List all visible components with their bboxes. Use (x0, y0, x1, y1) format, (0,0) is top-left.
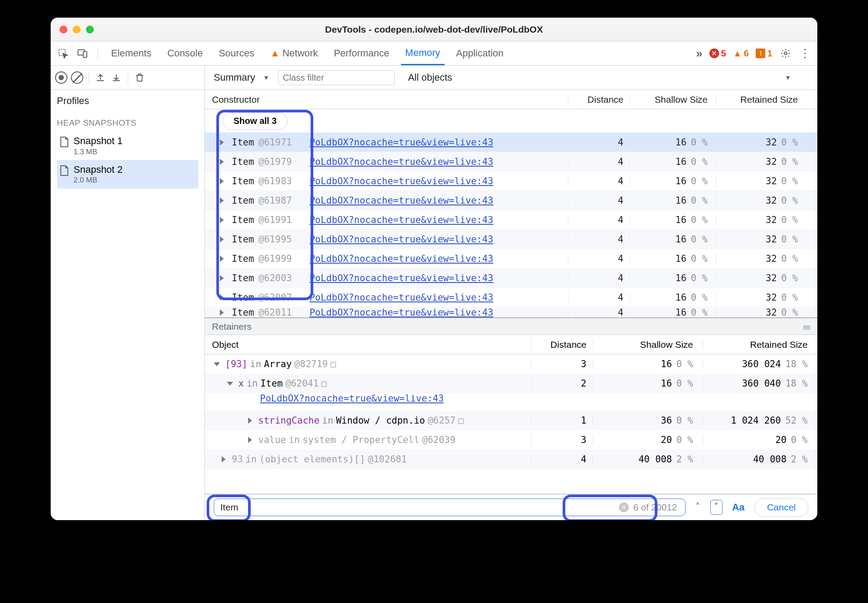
tab-memory[interactable]: Memory (401, 41, 445, 65)
source-link[interactable]: PoLdbOX?nocache=true&view=live:43 (309, 176, 493, 186)
source-link[interactable]: PoLdbOX?nocache=true&view=live:43 (309, 137, 493, 148)
download-icon[interactable] (110, 71, 122, 84)
chevron-right-icon[interactable] (220, 178, 224, 184)
show-all-button[interactable]: Show all 3 (223, 112, 288, 130)
clear-icon[interactable]: ✕ (619, 502, 629, 512)
col-retained[interactable]: Retained Size (716, 94, 806, 105)
constructor-row[interactable]: Item @62007PoLdbOX?nocache=true&view=liv… (205, 287, 817, 307)
tab-performance[interactable]: Performance (330, 41, 394, 65)
constructor-row[interactable]: Item @61995PoLdbOX?nocache=true&view=liv… (205, 229, 817, 249)
source-link[interactable]: PoLdbOX?nocache=true&view=live:43 (309, 215, 493, 225)
snapshot-size: 2.0 MB (74, 175, 122, 185)
chevron-right-icon[interactable] (222, 456, 226, 462)
titlebar: DevTools - codepen.io/web-dot-dev/live/P… (51, 18, 817, 41)
issue-icon: ! (756, 48, 765, 58)
tab-application[interactable]: Application (452, 41, 508, 65)
main-tabs-bar: Elements Console Sources ▲Network Perfor… (51, 41, 817, 66)
class-filter-input[interactable] (278, 70, 395, 85)
tab-elements[interactable]: Elements (107, 41, 156, 65)
constructor-row[interactable]: Item @61991PoLdbOX?nocache=true&view=liv… (205, 210, 817, 229)
constructor-row[interactable]: Item @62011PoLdbOX?nocache=true&view=liv… (205, 307, 817, 317)
source-link[interactable]: PoLdbOX?nocache=true&view=live:43 (309, 253, 493, 264)
constructor-row[interactable]: Item @61979PoLdbOX?nocache=true&view=liv… (205, 152, 817, 171)
chevron-down-icon[interactable] (227, 382, 233, 386)
tab-console[interactable]: Console (163, 41, 208, 65)
retainer-row[interactable]: 93 in (object elements)[] @102681 4 40 0… (205, 450, 817, 469)
tab-network[interactable]: ▲Network (266, 41, 322, 65)
clear-icon[interactable] (71, 71, 83, 84)
source-link[interactable]: PoLdbOX?nocache=true&view=live:43 (260, 393, 444, 404)
source-link[interactable]: PoLdbOX?nocache=true&view=live:43 (309, 156, 493, 167)
snapshot-size: 1.3 MB (74, 147, 122, 156)
device-icon[interactable] (76, 47, 89, 60)
errors-badge[interactable]: ✕5 (709, 48, 726, 59)
constructor-grid: Constructor Distance Shallow Size Retain… (205, 90, 817, 318)
main-area: Profiles HEAP SNAPSHOTS Snapshot 11.3 MB… (51, 66, 817, 520)
retainers-grid: Object Distance Shallow Size Retained Si… (205, 335, 817, 494)
chevron-right-icon[interactable] (220, 197, 224, 204)
col-object[interactable]: Object (205, 339, 531, 350)
col-shallow[interactable]: Shallow Size (593, 339, 703, 350)
col-distance[interactable]: Distance (568, 94, 630, 105)
col-constructor[interactable]: Constructor (205, 94, 568, 105)
chevron-right-icon[interactable] (220, 275, 224, 281)
source-link[interactable]: PoLdbOX?nocache=true&view=live:43 (309, 292, 493, 303)
next-match-icon[interactable]: ˅ (710, 500, 723, 515)
show-all-row: Show all 3 (205, 109, 817, 132)
view-mode-dropdown[interactable]: Summary▼ (214, 72, 269, 83)
snapshot-item[interactable]: Snapshot 22.0 MB (57, 160, 198, 189)
kebab-icon[interactable]: ⋮ (799, 47, 811, 60)
constructor-row[interactable]: Item @62003PoLdbOX?nocache=true&view=liv… (205, 268, 817, 287)
warnings-badge[interactable]: ▲6 (733, 48, 749, 59)
source-link[interactable]: PoLdbOX?nocache=true&view=live:43 (309, 273, 493, 283)
window-title: DevTools - codepen.io/web-dot-dev/live/P… (51, 24, 817, 35)
chevron-right-icon[interactable] (220, 294, 224, 301)
chevron-right-icon[interactable] (220, 159, 224, 165)
col-distance[interactable]: Distance (531, 339, 593, 350)
constructor-row[interactable]: Item @61999PoLdbOX?nocache=true&view=liv… (205, 249, 817, 268)
retainer-row[interactable]: value in system / PropertyCell @62039 3 … (205, 430, 817, 450)
source-link[interactable]: PoLdbOX?nocache=true&view=live:43 (309, 195, 493, 206)
chevron-right-icon[interactable] (220, 217, 224, 223)
cancel-button[interactable]: Cancel (754, 498, 809, 517)
source-link[interactable]: PoLdbOX?nocache=true&view=live:43 (309, 234, 493, 245)
retainer-row[interactable]: [93] in Array @82719 ▢ 3 160 % 360 02418… (205, 354, 817, 374)
drag-handle-icon[interactable] (803, 321, 810, 332)
retainer-row[interactable]: x in Item @62041 ▢ 2 160 % 360 04018 % (205, 374, 817, 393)
chevron-right-icon[interactable] (220, 139, 224, 145)
upload-icon[interactable] (94, 71, 107, 84)
record-icon[interactable] (55, 71, 67, 84)
scope-chevron-icon[interactable]: ▼ (785, 74, 791, 81)
inspect-icon[interactable] (57, 47, 69, 60)
gear-icon[interactable] (779, 47, 792, 60)
chevron-right-icon[interactable] (248, 417, 252, 424)
issues-badge[interactable]: !1 (756, 48, 772, 59)
chevron-right-icon[interactable] (248, 437, 252, 443)
search-bar: ✕ 6 of 20012 ˄ ˅ Aa Cancel (205, 494, 817, 520)
tab-sources[interactable]: Sources (214, 41, 259, 65)
overflow-tabs[interactable]: » (696, 47, 702, 60)
snapshot-name: Snapshot 2 (74, 164, 122, 176)
col-retained[interactable]: Retained Size (703, 339, 817, 350)
snapshot-item[interactable]: Snapshot 11.3 MB (57, 131, 198, 160)
constructor-row[interactable]: Item @61983PoLdbOX?nocache=true&view=liv… (205, 171, 817, 190)
search-input[interactable] (220, 502, 619, 513)
col-shallow[interactable]: Shallow Size (630, 94, 716, 105)
prev-match-icon[interactable]: ˄ (692, 500, 704, 515)
sidebar: Profiles HEAP SNAPSHOTS Snapshot 11.3 MB… (51, 66, 205, 520)
source-link[interactable]: PoLdbOX?nocache=true&view=live:43 (309, 307, 493, 318)
scope-dropdown[interactable]: All objects (408, 72, 452, 83)
match-case-toggle[interactable]: Aa (732, 502, 745, 513)
chevron-right-icon[interactable] (220, 309, 224, 316)
svg-rect-2 (83, 52, 87, 57)
constructor-row[interactable]: Item @61987PoLdbOX?nocache=true&view=liv… (205, 190, 817, 210)
chevron-right-icon[interactable] (220, 236, 224, 242)
chevron-right-icon[interactable] (220, 256, 224, 262)
profiles-title: Profiles (57, 95, 198, 107)
constructor-row[interactable]: Item @61971PoLdbOX?nocache=true&view=liv… (205, 132, 817, 152)
search-count: 6 of 20012 (633, 502, 677, 513)
trash-icon[interactable] (134, 71, 146, 84)
retainer-row[interactable]: stringCache in Window / cdpn.io @6257 ▢ … (205, 411, 817, 430)
chevron-down-icon[interactable] (214, 362, 220, 366)
separator (97, 47, 98, 60)
